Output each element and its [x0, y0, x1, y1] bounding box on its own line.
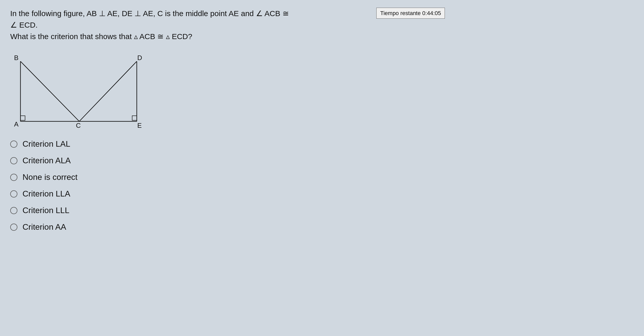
- radio-ala[interactable]: [10, 157, 17, 164]
- svg-rect-5: [20, 116, 25, 120]
- svg-text:E: E: [137, 122, 142, 129]
- label-lla: Criterion LLA: [22, 189, 70, 199]
- svg-text:C: C: [76, 122, 81, 129]
- svg-text:B: B: [14, 54, 18, 62]
- svg-text:A: A: [14, 120, 19, 128]
- radio-lll[interactable]: [10, 207, 17, 214]
- question-header: In the following figure, AB ⊥ AE, DE ⊥ A…: [10, 8, 291, 42]
- option-lll[interactable]: Criterion LLL: [10, 206, 634, 215]
- label-aa: Criterion AA: [22, 222, 66, 232]
- svg-rect-6: [132, 116, 137, 120]
- svg-line-3: [20, 61, 79, 121]
- svg-text:D: D: [137, 54, 142, 62]
- label-none: None is correct: [22, 172, 77, 182]
- option-ala[interactable]: Criterion ALA: [10, 156, 634, 165]
- label-ala: Criterion ALA: [22, 156, 71, 165]
- radio-lal[interactable]: [10, 141, 17, 148]
- radio-none[interactable]: [10, 174, 17, 181]
- timer-box: Tiempo restante 0:44:05: [376, 8, 445, 19]
- question-line2: What is the criterion that shows that ▵ …: [10, 31, 291, 42]
- option-lla[interactable]: Criterion LLA: [10, 189, 634, 199]
- svg-line-4: [79, 61, 137, 121]
- option-aa[interactable]: Criterion AA: [10, 222, 634, 232]
- radio-lla[interactable]: [10, 190, 17, 198]
- option-lal[interactable]: Criterion LAL: [10, 139, 634, 149]
- options-list: Criterion LAL Criterion ALA None is corr…: [10, 139, 634, 232]
- figure-container: A B C D E: [13, 47, 146, 132]
- label-lll: Criterion LLL: [22, 206, 69, 215]
- radio-aa[interactable]: [10, 224, 17, 231]
- option-none[interactable]: None is correct: [10, 172, 634, 182]
- timer-label: Tiempo restante: [380, 10, 421, 16]
- label-lal: Criterion LAL: [22, 139, 70, 149]
- question-line1: In the following figure, AB ⊥ AE, DE ⊥ A…: [10, 8, 291, 31]
- timer-value: 0:44:05: [422, 10, 441, 16]
